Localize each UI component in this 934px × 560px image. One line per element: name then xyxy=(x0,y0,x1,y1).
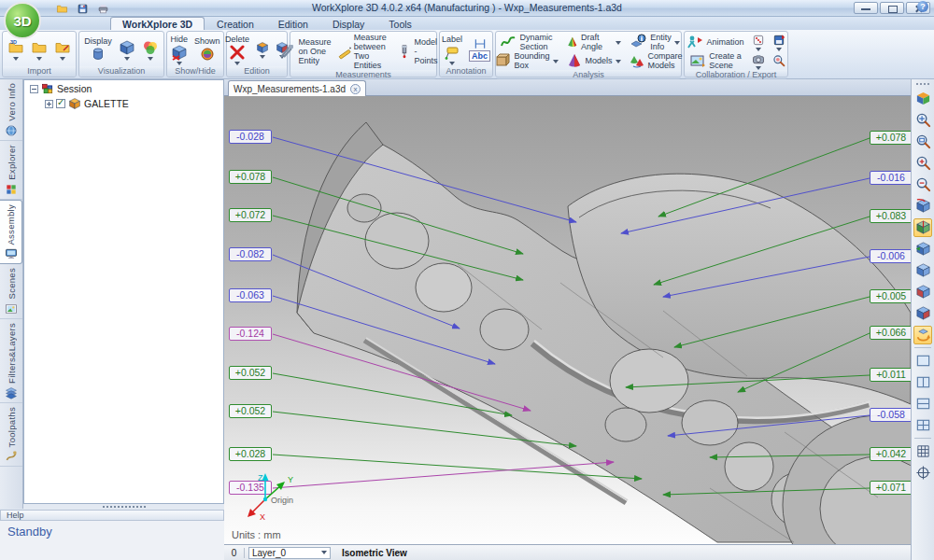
shown-button[interactable]: Shown xyxy=(192,36,222,63)
color-swirl-button[interactable] xyxy=(140,39,161,61)
capture-button[interactable] xyxy=(750,52,767,70)
chevron-down-icon[interactable] xyxy=(60,57,65,61)
measurement-label[interactable]: +0.042 xyxy=(870,447,911,461)
chevron-down-icon[interactable] xyxy=(616,60,621,63)
viewport-vsplit-icon[interactable] xyxy=(913,373,932,392)
measurement-label[interactable]: -0.006 xyxy=(870,249,911,263)
chevron-down-icon[interactable] xyxy=(553,60,559,63)
measurement-label[interactable]: -0.063 xyxy=(229,288,272,302)
chevron-down-icon[interactable] xyxy=(756,66,761,70)
measurement-label[interactable]: +0.066 xyxy=(870,326,911,340)
measurement-label[interactable]: -0.028 xyxy=(229,130,272,144)
layer-dropdown[interactable]: Layer_0 xyxy=(248,547,331,559)
folder-edit-button[interactable] xyxy=(52,39,73,61)
view-iso-icon[interactable] xyxy=(913,218,932,237)
viewport-quad-icon[interactable] xyxy=(913,416,932,435)
chevron-down-icon[interactable] xyxy=(449,62,455,65)
export-view-button[interactable] xyxy=(771,54,787,67)
document-tab[interactable]: Wxp_Measurements-1.a3d x xyxy=(228,80,366,96)
zoom-in-icon[interactable] xyxy=(913,154,932,173)
chevron-down-icon[interactable] xyxy=(776,48,782,51)
viewport-hsplit-icon[interactable] xyxy=(913,395,932,413)
measure-on-one-entity-button[interactable]: Measure on One Entity xyxy=(276,37,333,65)
measurement-label[interactable]: -0.124 xyxy=(229,327,272,341)
hide-button[interactable]: Hide xyxy=(168,35,190,65)
chevron-down-icon[interactable] xyxy=(177,62,182,65)
minimize-button[interactable] xyxy=(854,2,878,14)
menu-tab-edition[interactable]: Edition xyxy=(266,17,320,30)
chevron-down-icon[interactable] xyxy=(124,57,130,61)
help-icon[interactable]: ? xyxy=(917,1,928,12)
cube-transform-button[interactable] xyxy=(254,41,271,59)
dynamic-section-button[interactable]: Dynamic Section xyxy=(492,33,559,51)
measurement-label[interactable]: +0.071 xyxy=(870,481,911,495)
measurement-label[interactable]: +0.078 xyxy=(870,131,911,145)
sidebar-tab-explorer[interactable]: Explorer xyxy=(0,141,22,200)
zoom-out-icon[interactable] xyxy=(913,175,932,194)
view-orient-icon[interactable] xyxy=(913,197,932,216)
cube-select-button[interactable] xyxy=(117,39,137,61)
tree-item-galette[interactable]: GALETTE xyxy=(24,95,223,110)
toolbar-handle[interactable] xyxy=(916,83,929,85)
measurement-label[interactable]: +0.052 xyxy=(229,366,272,380)
measurement-label[interactable]: +0.028 xyxy=(229,447,272,461)
app-logo-icon[interactable]: 3D xyxy=(4,2,41,39)
compare-models-button[interactable]: Compare Models xyxy=(627,51,685,70)
export-disk-button[interactable] xyxy=(771,34,787,51)
measurement-label[interactable]: +0.072 xyxy=(229,208,272,222)
measurement-label[interactable]: +0.005 xyxy=(870,289,911,303)
view-cube-3-icon[interactable] xyxy=(913,304,932,323)
measurement-label[interactable]: +0.052 xyxy=(229,404,272,418)
view-arrows-icon[interactable] xyxy=(913,240,932,259)
view-cube-1-icon[interactable] xyxy=(913,261,932,280)
sidebar-tab-assembly[interactable]: Assembly xyxy=(0,200,22,265)
display-button[interactable]: Display xyxy=(82,36,114,63)
delete-button[interactable]: Delete xyxy=(223,35,251,65)
measurement-label[interactable]: -0.058 xyxy=(870,408,911,422)
measurement-label[interactable]: -0.082 xyxy=(229,247,272,261)
menu-tab-workxplore-3d[interactable]: WorkXplore 3D xyxy=(110,17,205,30)
folder-3d-button[interactable]: 3D xyxy=(6,39,26,61)
visibility-checkbox[interactable] xyxy=(56,99,65,108)
zoom-window-icon[interactable] xyxy=(913,133,932,151)
entity-info-button[interactable]: Entity Info xyxy=(627,33,685,51)
close-tab-icon[interactable]: x xyxy=(350,84,361,94)
free-rotate-icon[interactable] xyxy=(913,326,932,344)
origin-ucs-icon[interactable] xyxy=(913,464,932,483)
sidebar-tab-vero-info[interactable]: Vero Info xyxy=(0,79,22,141)
expand-icon[interactable] xyxy=(45,100,53,108)
chevron-down-icon[interactable] xyxy=(234,62,240,65)
create-a-scene-button[interactable]: Create a Scene xyxy=(685,51,745,70)
tree-item-session[interactable]: Session xyxy=(24,80,223,95)
menu-tab-creation[interactable]: Creation xyxy=(205,17,266,30)
shaded-view-icon[interactable] xyxy=(913,90,932,108)
chevron-down-icon[interactable] xyxy=(756,48,761,51)
measure-between-two-entities-button[interactable]: Measure between Two Entities xyxy=(336,33,392,70)
menu-tab-display[interactable]: Display xyxy=(320,17,376,30)
chevron-down-icon[interactable] xyxy=(148,57,153,61)
label-button[interactable]: Label xyxy=(440,35,464,65)
chevron-down-icon[interactable] xyxy=(13,57,19,61)
dimension-button[interactable]: Abc xyxy=(467,37,492,62)
chevron-down-icon[interactable] xyxy=(674,41,680,45)
sidebar-tab-filters-layers[interactable]: Filters&Layers xyxy=(0,319,22,403)
abc-icon[interactable]: Abc xyxy=(469,50,490,62)
bounding-box-button[interactable]: Bounding Box xyxy=(492,51,559,70)
collapse-icon[interactable] xyxy=(30,85,38,93)
measurement-label[interactable]: -0.016 xyxy=(870,171,911,185)
measurement-label[interactable]: +0.083 xyxy=(870,209,911,223)
restore-button[interactable] xyxy=(880,2,904,14)
folder-open-button[interactable] xyxy=(29,39,50,61)
models-button[interactable]: Models xyxy=(564,52,623,69)
animation-button[interactable]: Animation xyxy=(685,34,745,50)
viewport-3d[interactable]: -0.028+0.078+0.072-0.082-0.063-0.124+0.0… xyxy=(224,96,911,544)
help-panel-header[interactable]: Help xyxy=(0,510,224,521)
menu-tab-tools[interactable]: Tools xyxy=(376,17,424,30)
measurement-label[interactable]: +0.011 xyxy=(870,368,911,382)
sidebar-tab-toolpaths[interactable]: Toolpaths xyxy=(0,403,22,467)
chevron-down-icon[interactable] xyxy=(260,55,265,59)
sidebar-tab-scenes[interactable]: Scenes xyxy=(0,264,22,319)
draft-angle-button[interactable]: Draft Angle xyxy=(564,33,623,51)
dice-button[interactable] xyxy=(750,34,767,51)
viewport-single-icon[interactable] xyxy=(913,352,932,371)
